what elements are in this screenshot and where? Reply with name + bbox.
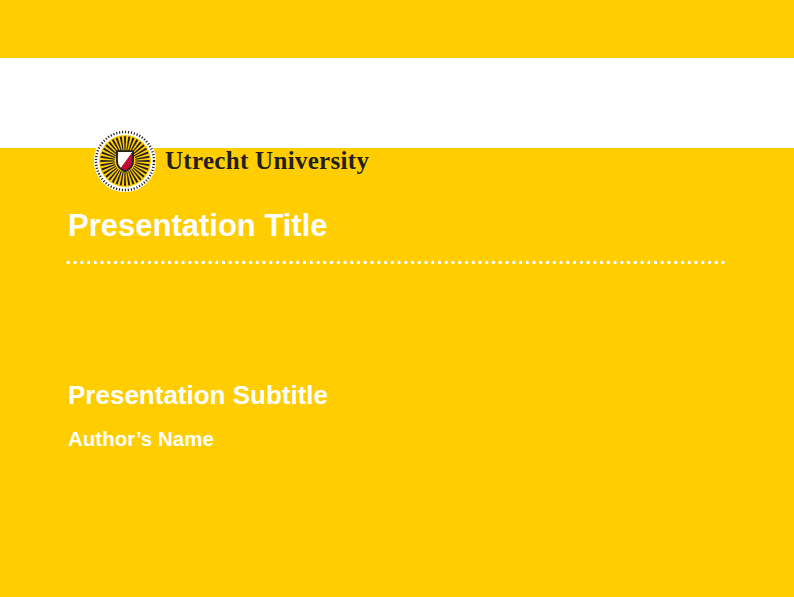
university-sun-logo-icon	[92, 128, 158, 194]
author-name: Author’s Name	[68, 429, 214, 450]
title-separator-dotted-line	[66, 259, 730, 266]
utrecht-shield	[117, 151, 133, 171]
university-wordmark: Utrecht University	[165, 148, 369, 173]
logo-band: Utrecht University	[0, 58, 794, 148]
presentation-title: Presentation Title	[68, 210, 328, 241]
title-slide: Utrecht University Presentation Title Pr…	[0, 0, 794, 597]
presentation-subtitle: Presentation Subtitle	[68, 382, 328, 408]
